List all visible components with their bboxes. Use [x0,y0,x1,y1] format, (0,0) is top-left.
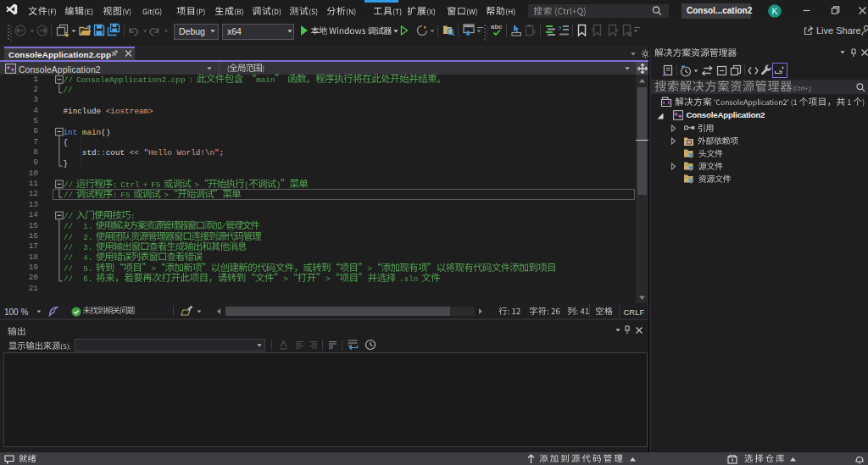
svg-text:K: K [771,6,777,16]
svg-text:abc: abc [491,23,503,30]
svg-text:?: ? [558,25,562,32]
